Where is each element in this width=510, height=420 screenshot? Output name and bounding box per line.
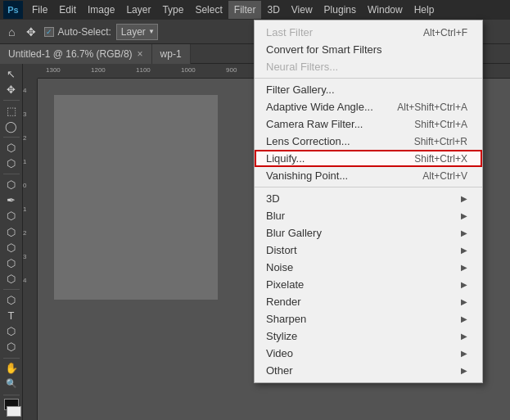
menu-file[interactable]: File: [26, 1, 53, 19]
menu-item-render[interactable]: Render ▶: [255, 293, 482, 310]
blur-gallery-arrow-icon: ▶: [461, 228, 467, 237]
menu-window[interactable]: Window: [362, 1, 408, 19]
adaptive-label: Adaptive Wide Angle...: [266, 101, 373, 113]
tool-shape[interactable]: ⬡: [2, 340, 21, 354]
menu-item-filter-gallery[interactable]: Filter Gallery...: [255, 81, 482, 98]
pixelate-arrow-icon: ▶: [461, 280, 467, 289]
menu-item-stylize[interactable]: Stylize ▶: [255, 327, 482, 345]
tab-title: Untitled-1 @ 16.7% (RGB/8): [8, 48, 133, 60]
menu-item-convert-smart[interactable]: Convert for Smart Filters: [255, 41, 482, 58]
ruler-v-3: 3: [23, 111, 37, 118]
tool-hand[interactable]: ✋: [2, 361, 21, 375]
pixelate-label: Pixelate: [266, 278, 304, 291]
ruler-v-n2: 2: [23, 229, 37, 237]
background-color[interactable]: [7, 406, 21, 417]
menu-item-neural[interactable]: Neural Filters...: [255, 58, 482, 75]
menu-item-vanishing[interactable]: Vanishing Point... Alt+Ctrl+V: [255, 167, 482, 184]
auto-select-checkbox[interactable]: [44, 27, 54, 37]
home-button[interactable]: ⌂: [5, 24, 18, 40]
menu-item-other[interactable]: Other ▶: [255, 362, 482, 379]
tool-artboard[interactable]: ✥: [2, 83, 21, 97]
distort-arrow-icon: ▶: [461, 246, 467, 255]
menu-item-adaptive[interactable]: Adaptive Wide Angle... Alt+Shift+Ctrl+A: [255, 98, 482, 115]
menu-item-blur[interactable]: Blur ▶: [255, 207, 482, 224]
menu-3d[interactable]: 3D: [261, 1, 285, 19]
filter-gallery-label: Filter Gallery...: [266, 84, 335, 96]
tool-eyedropper[interactable]: ⬡: [2, 156, 21, 170]
noise-label: Noise: [266, 261, 293, 273]
tool-path[interactable]: ⬡: [2, 324, 21, 338]
tab-wp[interactable]: wp-1: [152, 44, 191, 64]
tool-healing[interactable]: ⬡: [2, 178, 21, 192]
tool-clone[interactable]: ⬡: [2, 209, 21, 223]
menu-layer[interactable]: Layer: [120, 1, 156, 19]
sharpen-arrow-icon: ▶: [461, 314, 467, 323]
menu-item-3d[interactable]: 3D ▶: [255, 190, 482, 207]
ruler-tick-1300: 1300: [46, 66, 61, 74]
ruler-v-n1: 1: [23, 205, 37, 213]
ruler-v-0: 0: [23, 182, 37, 189]
tool-separator-6: [3, 395, 20, 395]
menu-item-noise[interactable]: Noise ▶: [255, 259, 482, 276]
menu-image[interactable]: Image: [82, 1, 120, 19]
menu-select[interactable]: Select: [189, 1, 228, 19]
tool-separator-2: [3, 137, 20, 138]
menu-item-pixelate[interactable]: Pixelate ▶: [255, 276, 482, 293]
ruler-vertical: 4 3 2 1 0 1 2 3 4: [23, 79, 38, 420]
ruler-v-1: 1: [23, 158, 37, 165]
menu-item-lens[interactable]: Lens Correction... Shift+Ctrl+R: [255, 133, 482, 150]
menu-item-video[interactable]: Video ▶: [255, 345, 482, 362]
menu-item-sharpen[interactable]: Sharpen ▶: [255, 310, 482, 327]
ruler-v-n4: 4: [23, 277, 37, 284]
menu-filter[interactable]: Filter: [228, 1, 262, 19]
tool-separator-1: [3, 100, 20, 101]
ruler-tick-1200: 1200: [91, 66, 106, 74]
ruler-tick-900: 900: [226, 66, 237, 74]
auto-select-label: Auto-Select:: [57, 26, 111, 38]
menu-item-blur-gallery[interactable]: Blur Gallery ▶: [255, 224, 482, 242]
lens-shortcut: Shift+Ctrl+R: [414, 136, 467, 147]
tool-crop[interactable]: ⬡: [2, 141, 21, 155]
tool-zoom[interactable]: 🔍: [2, 377, 21, 391]
tool-move[interactable]: ↖: [2, 67, 21, 81]
menu-item-last-filter[interactable]: Last Filter Alt+Ctrl+F: [255, 24, 482, 41]
tool-brush[interactable]: ✒: [2, 193, 21, 207]
tool-lasso[interactable]: ◯: [2, 120, 21, 133]
layer-dropdown[interactable]: Layer ▼: [116, 24, 158, 40]
menu-help[interactable]: Help: [408, 1, 440, 19]
tool-type[interactable]: T: [2, 309, 21, 323]
menu-plugins[interactable]: Plugins: [318, 1, 362, 19]
lens-label: Lens Correction...: [266, 135, 350, 147]
blur-label: Blur: [266, 210, 285, 222]
noise-arrow-icon: ▶: [461, 263, 467, 272]
camera-raw-label: Camera Raw Filter...: [266, 118, 363, 130]
ruler-v-2: 2: [23, 134, 37, 142]
3d-label: 3D: [266, 192, 280, 205]
tab-close-icon[interactable]: ×: [138, 48, 143, 60]
menu-item-liquify[interactable]: Liquify... Shift+Ctrl+X: [255, 150, 482, 167]
last-filter-shortcut: Alt+Ctrl+F: [423, 27, 467, 38]
separator-1: [255, 78, 482, 79]
tool-separator-3: [3, 174, 20, 174]
neural-filters-label: Neural Filters...: [266, 61, 338, 73]
menu-type[interactable]: Type: [156, 1, 189, 19]
tool-gradient[interactable]: ⬡: [2, 256, 21, 270]
tool-history[interactable]: ⬡: [2, 225, 21, 239]
tool-eraser[interactable]: ⬡: [2, 241, 21, 255]
stylize-arrow-icon: ▶: [461, 332, 467, 341]
last-filter-label: Last Filter: [266, 26, 313, 38]
ruler-corner: [23, 64, 38, 79]
tool-pen[interactable]: ⬡: [2, 293, 21, 307]
3d-arrow-icon: ▶: [461, 194, 467, 203]
tool-marquee[interactable]: ⬚: [2, 104, 21, 118]
tab-untitled[interactable]: Untitled-1 @ 16.7% (RGB/8) ×: [0, 44, 152, 64]
liquify-label: Liquify...: [266, 152, 305, 165]
menu-edit[interactable]: Edit: [53, 1, 82, 19]
menu-item-camera-raw[interactable]: Camera Raw Filter... Shift+Ctrl+A: [255, 115, 482, 133]
move-tool-icon[interactable]: ✥: [23, 24, 39, 40]
tool-dodge[interactable]: ⬡: [2, 272, 21, 286]
menu-item-distort[interactable]: Distort ▶: [255, 242, 482, 259]
menu-view[interactable]: View: [286, 1, 318, 19]
ruler-v-n3: 3: [23, 253, 37, 260]
sharpen-label: Sharpen: [266, 313, 306, 325]
